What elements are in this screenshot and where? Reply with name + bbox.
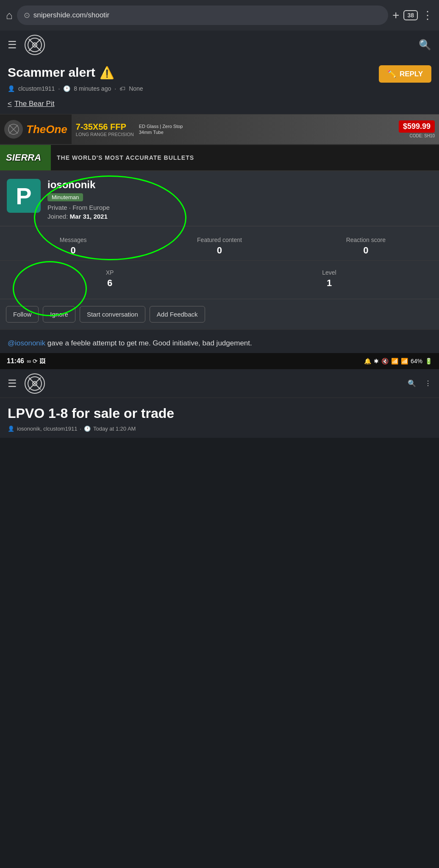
signal-icon: 📶 <box>401 358 408 364</box>
profile-actions: Follow Ignore Start conversation Add Fee… <box>0 299 439 329</box>
tag-icon: 🏷 <box>119 85 125 92</box>
battery-text: 64% <box>411 358 422 364</box>
stat-reaction: Reaction score 0 <box>293 232 439 260</box>
pencil-icon: ✏️ <box>387 70 396 78</box>
clock-icon-2: 🕐 <box>84 426 91 432</box>
stat-messages: Messages 0 <box>0 232 146 260</box>
post-body-text: gave a feeble attempt to get me. Good in… <box>45 339 252 347</box>
post-time: 8 minutes ago <box>74 85 111 92</box>
avatar: P <box>7 179 41 213</box>
breadcrumb[interactable]: < The Bear Pit <box>8 100 431 108</box>
featured-label: Featured content <box>197 236 242 243</box>
reply-label: REPLY <box>400 70 423 78</box>
ad-price: $599.99 <box>399 120 435 133</box>
second-post-area: LPVO 1-8 for sale or trade 👤 iosononik, … <box>0 398 439 438</box>
bottom-header-left: ☰ <box>8 373 45 394</box>
ad-brand-text: TheOne <box>26 123 67 136</box>
post-title-area: Scammer alert ⚠️ ✏️ REPLY 👤 clcustom1911… <box>0 59 439 96</box>
app-header-bottom: ☰ 🔍 ⋮ <box>0 369 439 398</box>
browser-menu-icon[interactable]: ⋮ <box>422 9 433 22</box>
url-text: snipershide.com/shootir <box>33 11 110 19</box>
ad-sierra-brand: SIERRA <box>6 152 41 163</box>
ad-banner-1[interactable]: TheOne 7-35X56 FFP LONG RANGE PRECISION … <box>0 114 439 145</box>
featured-value: 0 <box>217 245 222 256</box>
post-author: clcustom1911 <box>18 85 55 92</box>
post-body: @iosononik gave a feeble attempt to get … <box>8 337 431 349</box>
add-tab-button[interactable]: + <box>392 8 399 22</box>
ignore-button[interactable]: Ignore <box>43 306 75 323</box>
author-icon: 👤 <box>8 85 15 92</box>
page-title: Scammer alert ⚠️ <box>8 65 114 80</box>
bottom-header-right: 🔍 ⋮ <box>408 379 431 387</box>
profile-rank-badge: Minuteman <box>47 193 83 201</box>
xp-label: XP <box>106 269 114 276</box>
bottom-site-logo[interactable] <box>25 373 45 394</box>
status-right: 🔔 ✱ 🔇 📶 📶 64% 🔋 <box>364 358 432 364</box>
url-bar[interactable]: ⊙ snipershide.com/shootir <box>17 6 388 25</box>
level-label: Level <box>322 269 336 276</box>
app-header: ☰ 🔍 <box>0 31 439 59</box>
status-icons-left: ∞ ⟳ 🖼 <box>27 358 45 364</box>
bottom-hamburger-icon[interactable]: ☰ <box>8 378 17 389</box>
post-title-row: Scammer alert ⚠️ ✏️ REPLY <box>8 65 431 83</box>
chevron-left-icon: < <box>8 100 12 108</box>
second-post-title: LPVO 1-8 for sale or trade <box>8 406 431 421</box>
profile-username: iosononik <box>47 179 432 191</box>
tab-count[interactable]: 38 <box>403 10 418 20</box>
profile-stats-row1: Messages 0 Featured content 0 Reaction s… <box>0 226 439 260</box>
ad-spec-1: ED Glass | Zero Stop <box>139 124 183 129</box>
second-post-authors: iosononik, clcustom1911 <box>17 426 77 432</box>
post-meta: 👤 clcustom1911 · 🕐 8 minutes ago · 🏷 Non… <box>8 85 431 92</box>
profile-top: P iosononik Minuteman Private · From Eur… <box>0 171 439 226</box>
search-icon[interactable]: 🔍 <box>419 39 431 51</box>
second-post-time: Today at 1:20 AM <box>93 426 136 432</box>
add-feedback-button[interactable]: Add Feedback <box>150 306 205 323</box>
level-value: 1 <box>327 278 332 289</box>
avatar-letter: P <box>16 182 31 210</box>
warning-icon: ⚠️ <box>100 66 114 80</box>
breadcrumb-bar: < The Bear Pit <box>0 96 439 114</box>
battery-icon: 🔋 <box>425 358 432 364</box>
stat-featured: Featured content 0 <box>146 232 292 260</box>
ad-specs: ED Glass | Zero Stop 34mm Tube <box>139 124 183 135</box>
wifi-icon: 📶 <box>391 358 398 364</box>
follow-button[interactable]: Follow <box>6 306 39 323</box>
ad-logo <box>4 120 23 139</box>
reaction-label: Reaction score <box>346 236 386 243</box>
second-post-meta: 👤 iosononik, clcustom1911 · 🕐 Today at 1… <box>8 426 431 432</box>
reaction-value: 0 <box>363 245 368 256</box>
bottom-search-icon[interactable]: 🔍 <box>408 379 416 387</box>
reply-button[interactable]: ✏️ REPLY <box>379 65 431 83</box>
separator1: · <box>58 85 60 92</box>
profile-info: iosononik Minuteman Private · From Europ… <box>47 179 432 220</box>
start-conversation-button[interactable]: Start conversation <box>80 306 145 323</box>
joined-date: Mar 31, 2021 <box>70 213 108 220</box>
ad-sierra-tagline: THE WORLD'S MOST ACCURATE BULLETS <box>51 154 200 161</box>
site-logo[interactable] <box>25 35 45 55</box>
stat-xp: XP 6 <box>0 265 220 293</box>
status-time: 11:46 <box>7 357 24 365</box>
joined-label: Joined: <box>47 213 68 220</box>
second-post-separator: · <box>80 426 81 432</box>
ad-sierra-left: SIERRA <box>0 145 51 170</box>
status-left: 11:46 ∞ ⟳ 🖼 <box>7 357 45 365</box>
messages-value: 0 <box>71 245 76 256</box>
browser-chrome: ⌂ ⊙ snipershide.com/shootir + 38 ⋮ <box>0 0 439 31</box>
stat-level: Level 1 <box>220 265 439 293</box>
ad-code: CODE: SH10 <box>410 134 435 138</box>
status-bar-screenshot: 11:46 ∞ ⟳ 🖼 🔔 ✱ 🔇 📶 📶 64% 🔋 <box>0 353 439 369</box>
header-left: ☰ <box>8 35 45 55</box>
ad-banner-2[interactable]: SIERRA THE WORLD'S MOST ACCURATE BULLETS <box>0 145 439 171</box>
second-post-author-icon: 👤 <box>8 426 14 432</box>
profile-joined: Joined: Mar 31, 2021 <box>47 213 432 220</box>
post-mention[interactable]: @iosononik <box>8 339 45 347</box>
hamburger-icon[interactable]: ☰ <box>8 39 17 51</box>
bottom-menu-icon[interactable]: ⋮ <box>425 379 431 387</box>
ad-product-name: 7-35X56 FFP <box>76 122 134 132</box>
profile-detail: Private · From Europe <box>47 204 432 211</box>
post-content: @iosononik gave a feeble attempt to get … <box>0 329 439 353</box>
breadcrumb-text: The Bear Pit <box>14 100 55 108</box>
ad-theone-left: TheOne <box>0 114 72 144</box>
ad-spec-2: 34mm Tube <box>139 130 183 135</box>
home-icon[interactable]: ⌂ <box>6 9 13 22</box>
